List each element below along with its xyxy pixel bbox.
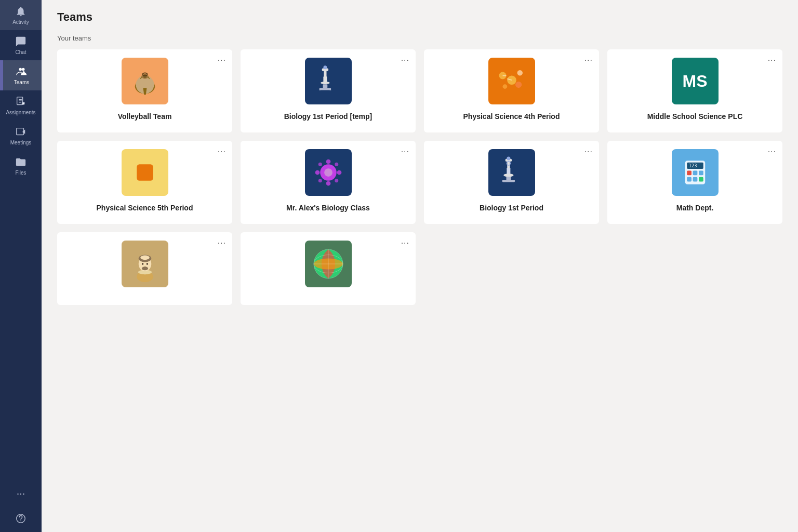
- sidebar-item-assignments-label: Assignments: [6, 110, 35, 115]
- svg-rect-48: [687, 171, 691, 176]
- svg-point-62: [146, 263, 148, 265]
- teams-icon: [16, 65, 28, 78]
- team-icon-alexbio: [305, 149, 352, 196]
- card-menu-mathdept[interactable]: ···: [768, 147, 776, 156]
- team-icon-physics5: [122, 149, 168, 196]
- svg-rect-52: [693, 177, 697, 182]
- team-icon-shakespeare: [122, 241, 168, 287]
- chat-icon: [15, 35, 27, 48]
- svg-point-31: [326, 181, 330, 186]
- team-card-physics5[interactable]: ··· Physical Science 5th Period: [57, 141, 232, 224]
- svg-rect-5: [17, 128, 24, 135]
- svg-point-22: [517, 70, 523, 76]
- sidebar-item-activity-label: Activity: [12, 19, 29, 25]
- svg-point-7: [20, 521, 21, 521]
- svg-point-44: [507, 156, 510, 160]
- page-title: Teams: [57, 10, 782, 24]
- team-card-mathdept-title: Math Dept.: [676, 203, 714, 212]
- card-menu-volleyball[interactable]: ···: [218, 56, 226, 65]
- sidebar-item-meetings-label: Meetings: [10, 140, 32, 145]
- sidebar-item-teams-label: Teams: [14, 79, 29, 85]
- card-menu-physics5[interactable]: ···: [218, 147, 226, 156]
- team-card-globe[interactable]: ···: [241, 232, 416, 305]
- svg-rect-49: [693, 171, 697, 176]
- card-menu-physics4[interactable]: ···: [584, 56, 593, 65]
- svg-point-35: [335, 163, 338, 166]
- help-icon: [15, 513, 26, 527]
- team-card-middleschool[interactable]: ··· MS Middle School Science PLC: [607, 49, 782, 132]
- team-card-biology1-title: Biology 1st Period [temp]: [284, 112, 373, 121]
- team-card-middleschool-title: Middle School Science PLC: [647, 112, 743, 121]
- ms-text: MS: [683, 72, 708, 91]
- sidebar-item-files[interactable]: Files: [0, 151, 42, 181]
- team-icon-mathdept: 123: [672, 149, 719, 196]
- sidebar-item-assignments[interactable]: Assignments: [0, 90, 42, 121]
- section-label: Your teams: [57, 34, 782, 42]
- team-card-shakespeare[interactable]: ···: [57, 232, 232, 305]
- sidebar-more-button[interactable]: ...: [0, 480, 42, 502]
- svg-point-34: [318, 163, 322, 166]
- team-icon-biology1: [305, 58, 352, 104]
- svg-point-60: [140, 255, 150, 260]
- svg-point-30: [326, 159, 330, 164]
- sidebar-item-activity[interactable]: Activity: [0, 0, 42, 30]
- team-icon-globe: [305, 241, 352, 287]
- team-card-biology1b-title: Biology 1st Period: [480, 203, 543, 212]
- card-menu-middleschool[interactable]: ···: [768, 56, 776, 65]
- svg-point-33: [337, 170, 341, 175]
- svg-point-16: [321, 82, 330, 84]
- svg-point-2: [22, 71, 24, 73]
- team-card-physics4-title: Physical Science 4th Period: [463, 112, 560, 121]
- team-card-biology1[interactable]: ··· Biology 1st Period [temp]: [241, 49, 416, 132]
- svg-point-36: [318, 179, 322, 182]
- team-icon-biology1b: [488, 149, 535, 196]
- svg-point-32: [315, 170, 320, 175]
- sidebar-bottom-icon[interactable]: [15, 513, 26, 532]
- svg-point-29: [324, 168, 332, 177]
- team-icon-volleyball: [122, 58, 168, 104]
- svg-rect-50: [699, 171, 703, 176]
- card-menu-alexbio[interactable]: ···: [401, 147, 409, 156]
- team-card-alexbio[interactable]: ··· Mr. Alex's Biology Class: [241, 141, 416, 224]
- team-icon-middleschool: MS: [672, 58, 719, 104]
- svg-rect-27: [137, 164, 153, 181]
- sidebar-item-chat[interactable]: Chat: [0, 30, 42, 60]
- team-card-physics5-title: Physical Science 5th Period: [97, 203, 193, 212]
- team-card-physics4[interactable]: ··· Physical Science 4th Period: [424, 49, 599, 132]
- svg-rect-43: [506, 177, 511, 180]
- svg-point-0: [19, 68, 22, 71]
- svg-point-61: [141, 263, 143, 265]
- team-card-volleyball-title: Volleyball Team: [118, 112, 172, 121]
- main-content: Teams Your teams ··· Volleyball Team: [42, 0, 798, 532]
- sidebar-item-meetings[interactable]: Meetings: [0, 121, 42, 151]
- team-icon-physics4: [488, 58, 535, 104]
- team-card-biology1b[interactable]: ··· Biology 1st Period: [424, 141, 599, 224]
- team-card-alexbio-title: Mr. Alex's Biology Class: [286, 203, 370, 212]
- card-menu-biology1b[interactable]: ···: [584, 147, 593, 156]
- svg-point-24: [502, 84, 507, 89]
- svg-rect-51: [687, 177, 691, 182]
- team-card-volleyball[interactable]: ··· Volleyball Team: [57, 49, 232, 132]
- card-menu-shakespeare[interactable]: ···: [218, 238, 226, 248]
- svg-point-1: [22, 68, 25, 71]
- svg-rect-18: [323, 84, 327, 88]
- sidebar: Activity Chat Teams: [0, 0, 42, 532]
- svg-rect-40: [507, 168, 510, 174]
- svg-text:123: 123: [688, 163, 697, 168]
- team-card-mathdept[interactable]: ··· 123 Math Dept.: [607, 141, 782, 224]
- svg-rect-15: [323, 76, 327, 82]
- sidebar-item-chat-label: Chat: [15, 49, 26, 55]
- svg-point-23: [515, 82, 522, 88]
- files-icon: [15, 156, 27, 168]
- card-menu-biology1[interactable]: ···: [401, 56, 409, 65]
- teams-grid: ··· Volleyball Team ···: [57, 49, 782, 305]
- sidebar-item-teams[interactable]: Teams: [0, 60, 42, 90]
- activity-icon: [15, 5, 27, 18]
- svg-point-19: [323, 65, 327, 69]
- svg-rect-53: [699, 177, 703, 182]
- svg-point-41: [503, 174, 513, 177]
- assignments-icon: [15, 96, 27, 108]
- sidebar-item-files-label: Files: [15, 170, 26, 176]
- card-menu-globe[interactable]: ···: [401, 238, 409, 248]
- svg-point-37: [335, 179, 338, 182]
